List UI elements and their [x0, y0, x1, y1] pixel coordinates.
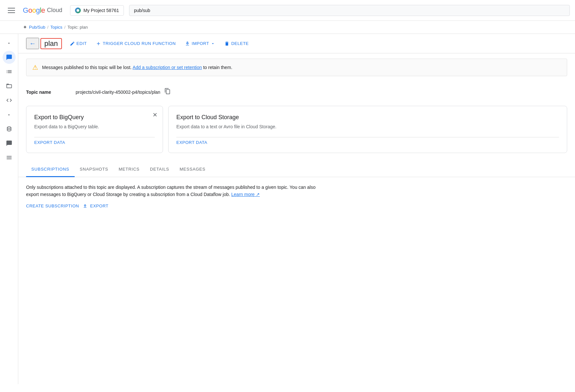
tab-content: Only subscriptions attached to this topi…: [18, 177, 575, 215]
warning-text: Messages published to this topic will be…: [42, 65, 232, 70]
tab-actions: CREATE SUBSCRIPTION EXPORT: [26, 203, 567, 209]
create-subscription-button[interactable]: CREATE SUBSCRIPTION: [26, 203, 79, 209]
breadcrumb-service[interactable]: Pub/Sub: [29, 25, 45, 30]
tab-subscriptions[interactable]: SUBSCRIPTIONS: [26, 162, 75, 177]
warning-banner: ⚠ Messages published to this topic will …: [26, 59, 567, 76]
top-nav: Google Cloud My Project 58761: [0, 0, 575, 21]
export-section: ✕ Export to BigQuery Export data to a Bi…: [18, 99, 575, 160]
export-button[interactable]: EXPORT: [83, 203, 108, 209]
main-layout: ● ● ← plan EDIT: [0, 34, 575, 384]
sidebar-item-code[interactable]: [3, 94, 16, 107]
breadcrumb-sep1: /: [47, 25, 49, 30]
sidebar-item-chat[interactable]: [3, 137, 16, 150]
close-bigquery-card[interactable]: ✕: [153, 111, 157, 119]
cloud-word: Cloud: [47, 7, 62, 14]
tab-metrics[interactable]: METRICS: [113, 162, 145, 177]
tab-snapshots[interactable]: SNAPSHOTS: [75, 162, 113, 177]
google-cloud-logo: Google Cloud: [23, 6, 62, 15]
pubsub-icon: ✦: [23, 24, 27, 30]
cloudstorage-export-link[interactable]: EXPORT DATA: [176, 137, 559, 145]
bigquery-card-desc: Export data to a BigQuery table.: [34, 124, 155, 129]
delete-label: DELETE: [231, 41, 249, 46]
sidebar-item-list2[interactable]: [3, 151, 16, 164]
main-content: ← plan EDIT TRIGGER CLOUD RUN FUNCTION I…: [18, 34, 575, 384]
sidebar-item-database[interactable]: [3, 122, 16, 135]
sidebar-item-dot: ●: [3, 36, 16, 49]
sidebar-item-messages[interactable]: [3, 51, 16, 64]
export-bigquery-card: ✕ Export to BigQuery Export data to a Bi…: [26, 106, 163, 153]
topic-info: Topic name projects/civil-clarity-450002…: [18, 81, 575, 99]
cloudstorage-card-title: Export to Cloud Storage: [176, 114, 559, 121]
bigquery-card-title: Export to BigQuery: [34, 114, 155, 121]
hamburger-menu[interactable]: [5, 5, 18, 16]
toolbar: ← plan EDIT TRIGGER CLOUD RUN FUNCTION I…: [18, 34, 575, 53]
tab-messages[interactable]: MESSAGES: [174, 162, 211, 177]
breadcrumb-topics[interactable]: Topics: [51, 25, 63, 30]
project-selector[interactable]: My Project 58761: [70, 5, 124, 16]
breadcrumb-current: Topic: plan: [67, 25, 88, 30]
warning-icon: ⚠: [32, 63, 38, 71]
search-input[interactable]: [129, 5, 570, 16]
topic-name-value: projects/civil-clarity-450002-p4/topics/…: [76, 90, 160, 95]
trigger-button[interactable]: TRIGGER CLOUD RUN FUNCTION: [92, 38, 180, 49]
import-button[interactable]: IMPORT: [181, 38, 219, 49]
learn-more-link[interactable]: Learn more ↗: [231, 192, 260, 197]
sidebar-item-list[interactable]: [3, 65, 16, 78]
delete-button[interactable]: DELETE: [220, 38, 253, 49]
sidebar-item-dot2: ●: [3, 108, 16, 121]
topic-name-label: Topic name: [26, 90, 72, 95]
sidebar: ● ●: [0, 34, 18, 384]
subscriptions-description: Only subscriptions attached to this topi…: [26, 184, 319, 198]
tab-details[interactable]: DETAILS: [145, 162, 174, 177]
retention-link[interactable]: Add a subscription or set retention: [133, 65, 202, 70]
bigquery-export-link[interactable]: EXPORT DATA: [34, 137, 155, 145]
export-cloudstorage-card: Export to Cloud Storage Export data to a…: [168, 106, 567, 153]
page-title: plan: [40, 38, 62, 49]
trigger-label: TRIGGER CLOUD RUN FUNCTION: [103, 41, 176, 46]
back-button[interactable]: ←: [26, 38, 39, 49]
import-label: IMPORT: [192, 41, 209, 46]
import-dropdown-icon: [211, 41, 215, 46]
sidebar-item-storage[interactable]: [3, 79, 16, 92]
breadcrumb: ✦ Pub/Sub / Topics / Topic: plan: [0, 21, 575, 34]
edit-label: EDIT: [77, 41, 87, 46]
copy-button[interactable]: [164, 88, 171, 96]
edit-button[interactable]: EDIT: [66, 38, 91, 49]
project-name: My Project 58761: [83, 8, 119, 13]
breadcrumb-sep2: /: [64, 25, 66, 30]
tabs: SUBSCRIPTIONS SNAPSHOTS METRICS DETAILS …: [18, 162, 575, 177]
cloudstorage-card-desc: Export data to a text or Avro file in Cl…: [176, 124, 559, 129]
